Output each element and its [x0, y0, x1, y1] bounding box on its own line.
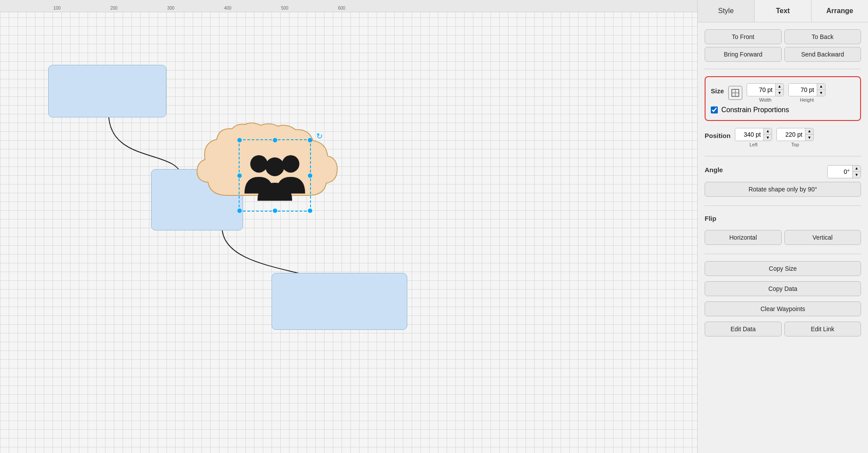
width-up-button[interactable]: ▲ — [776, 84, 783, 90]
handle-br[interactable] — [308, 209, 312, 213]
to-back-button[interactable]: To Back — [784, 29, 861, 44]
height-down-button[interactable]: ▼ — [817, 90, 825, 96]
left-down-button[interactable]: ▼ — [764, 134, 772, 141]
rotate-90-button[interactable]: Rotate shape only by 90° — [705, 182, 861, 197]
size-label: Size — [711, 87, 724, 95]
ruler-mark: 200 — [110, 6, 118, 11]
tab-bar: Style Text Arrange — [698, 0, 868, 22]
tab-arrange[interactable]: Arrange — [812, 0, 868, 22]
handle-bl[interactable] — [237, 209, 242, 213]
canvas-content: ↻ — [0, 12, 697, 453]
position-label: Position — [705, 132, 730, 139]
width-input-group: 70 pt ▲ ▼ Width — [747, 83, 784, 103]
shape-box-topleft[interactable] — [48, 65, 166, 117]
left-up-button[interactable]: ▲ — [764, 128, 772, 134]
ruler-mark: 100 — [53, 6, 61, 11]
height-input-spinner: 70 pt ▲ ▼ — [788, 83, 826, 96]
top-label: Top — [791, 142, 799, 147]
selection-box — [239, 139, 311, 212]
divider-2 — [705, 156, 861, 156]
edit-data-button[interactable]: Edit Data — [705, 322, 782, 336]
right-panel: Style Text Arrange To Front To Back Brin… — [697, 0, 868, 453]
order-buttons-group: To Front To Back Bring Forward Send Back… — [705, 29, 861, 62]
canvas-area[interactable]: 100 200 300 400 500 600 — [0, 0, 697, 453]
handle-ml[interactable] — [237, 173, 242, 178]
constrain-checkbox[interactable] — [711, 106, 718, 113]
position-section: Position 340 pt ▲ ▼ Left 220 pt — [705, 126, 861, 149]
left-label: Left — [749, 142, 757, 147]
top-input-group: 220 pt ▲ ▼ Top — [776, 128, 814, 147]
size-row: Size 70 pt ▲ ▼ — [711, 83, 855, 103]
handle-tl[interactable] — [237, 138, 242, 142]
angle-input-spinner: 0° ▲ ▼ — [827, 165, 861, 178]
size-section: Size 70 pt ▲ ▼ — [705, 76, 861, 121]
shape-box-bottomright[interactable] — [272, 273, 407, 330]
flip-horizontal-button[interactable]: Horizontal — [705, 230, 782, 245]
top-input[interactable]: 220 pt — [777, 129, 805, 140]
width-label: Width — [759, 97, 771, 103]
top-spinners: ▲ ▼ — [805, 128, 813, 141]
panel-content: To Front To Back Bring Forward Send Back… — [698, 22, 868, 343]
flip-section: Flip Horizontal Vertical — [705, 213, 861, 247]
angle-input[interactable]: 0° — [828, 166, 852, 177]
top-input-spinner: 220 pt ▲ ▼ — [776, 128, 814, 141]
width-input[interactable]: 70 pt — [747, 84, 775, 96]
height-input[interactable]: 70 pt — [789, 84, 817, 96]
height-up-button[interactable]: ▲ — [817, 84, 825, 90]
ruler-mark: 600 — [338, 6, 346, 11]
angle-spinners: ▲ ▼ — [852, 166, 861, 178]
copy-data-button[interactable]: Copy Data — [705, 281, 861, 296]
angle-up-button[interactable]: ▲ — [853, 166, 861, 172]
flip-buttons-row: Horizontal Vertical — [705, 230, 861, 245]
angle-row: Angle 0° ▲ ▼ — [705, 165, 861, 178]
width-input-spinner: 70 pt ▲ ▼ — [747, 83, 784, 96]
copy-size-button[interactable]: Copy Size — [705, 261, 861, 276]
divider-4 — [705, 254, 861, 254]
bottom-edit-buttons: Edit Data Edit Link — [705, 322, 861, 336]
handle-tr[interactable] — [308, 138, 312, 142]
send-backward-button[interactable]: Send Backward — [784, 47, 861, 62]
left-input-spinner: 340 pt ▲ ▼ — [735, 128, 772, 141]
handle-mr[interactable] — [308, 173, 312, 178]
left-input-group: 340 pt ▲ ▼ Left — [735, 128, 772, 147]
constrain-label: Constrain Proportions — [721, 106, 789, 114]
clear-waypoints-button[interactable]: Clear Waypoints — [705, 301, 861, 316]
height-label: Height — [800, 97, 814, 103]
top-up-button[interactable]: ▲ — [805, 128, 813, 134]
ruler-mark: 400 — [224, 6, 232, 11]
left-input[interactable]: 340 pt — [735, 129, 763, 140]
angle-label: Angle — [705, 166, 723, 173]
ruler-mark: 300 — [167, 6, 175, 11]
width-down-button[interactable]: ▼ — [776, 90, 783, 96]
angle-section: Angle 0° ▲ ▼ Rotate shape only by 90° — [705, 163, 861, 198]
tab-style[interactable]: Style — [698, 0, 755, 22]
flip-vertical-button[interactable]: Vertical — [784, 230, 861, 245]
to-front-button[interactable]: To Front — [705, 29, 782, 44]
width-spinners: ▲ ▼ — [775, 84, 783, 96]
bring-forward-button[interactable]: Bring Forward — [705, 47, 782, 62]
left-spinners: ▲ ▼ — [763, 128, 772, 141]
divider-3 — [705, 205, 861, 206]
handle-bm[interactable] — [273, 209, 277, 213]
height-input-group: 70 pt ▲ ▼ Height — [788, 83, 826, 103]
top-down-button[interactable]: ▼ — [805, 134, 813, 141]
ruler-mark: 500 — [281, 6, 289, 11]
position-field-row: Position 340 pt ▲ ▼ Left 220 pt — [705, 128, 861, 147]
height-spinners: ▲ ▼ — [817, 84, 825, 96]
ruler-top: 100 200 300 400 500 600 — [0, 0, 697, 12]
tab-text[interactable]: Text — [755, 0, 812, 22]
divider-1 — [705, 69, 861, 69]
constrain-row: Constrain Proportions — [711, 106, 855, 114]
rotate-handle[interactable]: ↻ — [314, 131, 324, 141]
flip-label: Flip — [705, 215, 861, 222]
edit-link-button[interactable]: Edit Link — [784, 322, 861, 336]
handle-tm[interactable] — [273, 138, 277, 142]
angle-down-button[interactable]: ▼ — [853, 172, 861, 178]
size-icon — [728, 86, 742, 100]
